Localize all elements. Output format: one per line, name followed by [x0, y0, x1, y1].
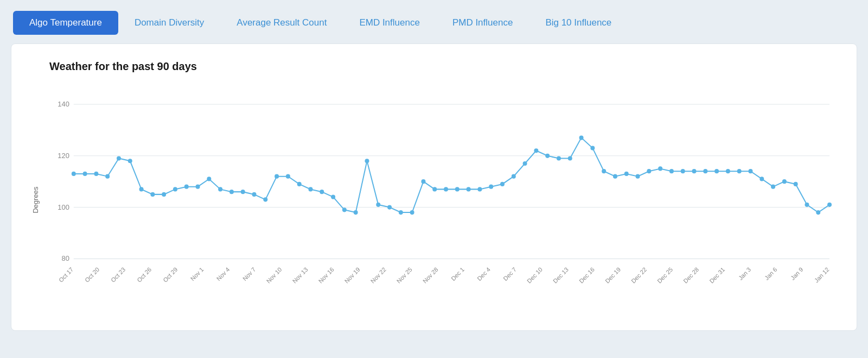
svg-point-16: [162, 192, 166, 197]
svg-text:Dec 22: Dec 22: [630, 266, 648, 285]
svg-point-9: [83, 172, 87, 176]
tab-big-10-influence[interactable]: Big 10 Influence: [529, 11, 628, 35]
svg-point-17: [173, 187, 177, 191]
svg-text:Dec 28: Dec 28: [682, 266, 700, 285]
svg-text:Nov 16: Nov 16: [317, 266, 335, 285]
svg-text:Dec 16: Dec 16: [578, 266, 596, 285]
svg-text:Dec 7: Dec 7: [502, 266, 518, 282]
y-axis-label: Degrees: [31, 186, 40, 213]
svg-point-67: [737, 169, 742, 173]
svg-point-26: [275, 174, 279, 179]
svg-text:Dec 10: Dec 10: [526, 266, 544, 285]
svg-text:80: 80: [61, 254, 69, 262]
svg-point-58: [636, 174, 640, 179]
tab-algo-temperature[interactable]: Algo Temperature: [13, 11, 118, 35]
svg-point-20: [207, 177, 211, 181]
svg-text:Nov 1: Nov 1: [189, 266, 205, 282]
svg-point-59: [647, 169, 651, 173]
svg-point-36: [387, 205, 392, 209]
svg-point-27: [286, 174, 290, 179]
svg-point-54: [590, 146, 595, 150]
svg-text:Dec 19: Dec 19: [604, 266, 622, 285]
svg-point-29: [309, 187, 313, 191]
svg-text:Dec 13: Dec 13: [552, 266, 570, 285]
svg-point-15: [150, 192, 155, 197]
svg-text:Jan 3: Jan 3: [737, 266, 752, 281]
svg-point-60: [658, 166, 662, 171]
chart-area: Degrees 80100120140Oct 17Oct 20Oct 23Oct…: [22, 86, 835, 314]
chart-title: Weather for the past 90 days: [49, 60, 835, 73]
svg-text:Oct 20: Oct 20: [84, 266, 100, 284]
svg-point-38: [410, 210, 414, 215]
svg-point-50: [545, 154, 550, 158]
svg-point-63: [692, 169, 697, 173]
svg-point-66: [726, 169, 730, 173]
svg-point-55: [602, 169, 606, 173]
svg-text:Dec 4: Dec 4: [476, 266, 492, 282]
svg-point-51: [557, 156, 561, 160]
svg-point-61: [669, 169, 674, 173]
svg-text:Oct 17: Oct 17: [58, 266, 74, 284]
svg-point-69: [760, 177, 764, 181]
svg-point-35: [376, 203, 380, 207]
svg-point-14: [139, 187, 144, 191]
tab-pmd-influence[interactable]: PMD Influence: [436, 11, 529, 35]
tab-emd-influence[interactable]: EMD Influence: [343, 11, 436, 35]
svg-text:Dec 1: Dec 1: [450, 266, 465, 282]
svg-point-42: [455, 187, 459, 191]
svg-point-8: [72, 172, 76, 176]
svg-text:Nov 13: Nov 13: [291, 266, 309, 285]
svg-point-22: [229, 190, 234, 194]
tab-domain-diversity[interactable]: Domain Diversity: [118, 11, 220, 35]
svg-point-23: [241, 190, 245, 194]
svg-text:Nov 7: Nov 7: [241, 266, 257, 282]
svg-point-57: [624, 172, 629, 176]
svg-point-52: [568, 156, 572, 160]
svg-point-46: [500, 182, 505, 186]
svg-text:Jan 9: Jan 9: [789, 266, 804, 281]
svg-point-30: [320, 190, 324, 194]
svg-point-68: [749, 169, 753, 173]
chart-inner: 80100120140Oct 17Oct 20Oct 23Oct 26Oct 2…: [52, 86, 835, 292]
svg-point-11: [105, 174, 110, 179]
svg-point-72: [794, 182, 798, 186]
line-chart: 80100120140Oct 17Oct 20Oct 23Oct 26Oct 2…: [52, 86, 835, 292]
svg-point-47: [512, 174, 516, 179]
svg-text:Nov 28: Nov 28: [422, 266, 439, 285]
svg-point-62: [681, 169, 685, 173]
svg-point-34: [365, 159, 369, 163]
svg-text:120: 120: [58, 152, 69, 160]
svg-point-45: [489, 185, 493, 189]
svg-point-31: [331, 195, 335, 199]
svg-point-53: [579, 135, 584, 140]
svg-point-48: [523, 161, 527, 166]
svg-point-32: [342, 208, 347, 212]
svg-text:Oct 26: Oct 26: [136, 266, 152, 284]
svg-text:Oct 23: Oct 23: [110, 266, 126, 284]
svg-point-41: [444, 187, 448, 191]
svg-point-75: [827, 203, 832, 207]
tab-average-result-count[interactable]: Average Result Count: [220, 11, 343, 35]
svg-text:140: 140: [58, 100, 69, 108]
svg-text:Nov 25: Nov 25: [395, 266, 413, 285]
svg-point-44: [477, 187, 482, 191]
svg-point-71: [782, 179, 787, 184]
chart-panel: Weather for the past 90 days Degrees 801…: [11, 43, 857, 331]
svg-point-37: [399, 210, 403, 215]
svg-point-39: [421, 179, 425, 184]
svg-text:Dec 31: Dec 31: [708, 266, 726, 285]
tab-bar: Algo Temperature Domain Diversity Averag…: [11, 11, 857, 35]
svg-text:Jan 12: Jan 12: [813, 266, 831, 284]
svg-point-18: [184, 185, 189, 189]
svg-text:Nov 19: Nov 19: [343, 266, 361, 285]
svg-point-12: [117, 156, 121, 160]
svg-point-24: [252, 192, 257, 197]
svg-text:Nov 4: Nov 4: [215, 266, 231, 282]
svg-text:Jan 6: Jan 6: [763, 266, 778, 281]
svg-point-70: [771, 185, 775, 189]
svg-point-49: [534, 148, 538, 153]
svg-point-28: [297, 182, 302, 186]
svg-text:Nov 10: Nov 10: [265, 266, 283, 285]
svg-point-73: [805, 203, 809, 207]
svg-point-65: [714, 169, 719, 173]
